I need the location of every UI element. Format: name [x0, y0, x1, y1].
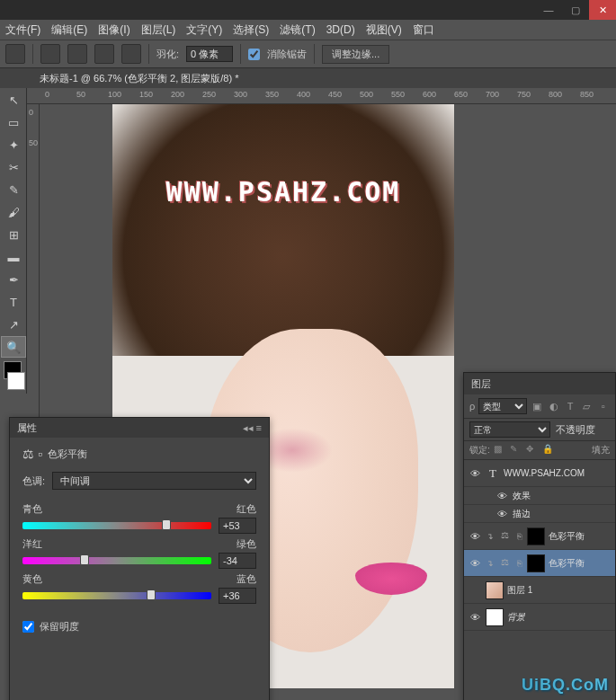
menu-image[interactable]: 图像(I)	[98, 22, 129, 38]
close-button[interactable]: ✕	[589, 0, 616, 20]
slider3-right-label: 蓝色	[237, 572, 256, 586]
feather-input[interactable]	[186, 46, 233, 62]
zoom-tool-icon[interactable]: 🔍	[1, 336, 26, 358]
opacity-label: 不透明度	[556, 423, 595, 437]
document-tab-label: 未标题-1 @ 66.7% (色彩平衡 2, 图层蒙版/8) *	[40, 72, 238, 85]
layer-name[interactable]: 背景	[507, 611, 525, 624]
move-tool-icon[interactable]: ↖	[1, 89, 26, 111]
slider1-value[interactable]: +53	[219, 518, 256, 534]
layer-name[interactable]: 色彩平衡	[549, 530, 585, 543]
minimize-button[interactable]: —	[535, 0, 562, 20]
type-layer-icon: T	[486, 466, 500, 481]
brush-tool-icon[interactable]: 🖌	[1, 201, 26, 223]
visibility-icon[interactable]: 👁	[468, 468, 482, 479]
menu-edit[interactable]: 编辑(E)	[51, 22, 87, 38]
marquee-tool-icon[interactable]: ▭	[1, 111, 26, 133]
document-tab[interactable]: 未标题-1 @ 66.7% (色彩平衡 2, 图层蒙版/8) *	[0, 68, 616, 88]
slider2-value[interactable]: -34	[219, 553, 256, 569]
lock-pixels-icon[interactable]: ▩	[494, 444, 506, 456]
menu-file[interactable]: 文件(F)	[5, 22, 40, 38]
clip-icon: ↴	[486, 559, 495, 568]
crop-tool-icon[interactable]: ✂	[1, 156, 26, 178]
lock-all-icon[interactable]: 🔒	[542, 444, 555, 456]
menu-filter[interactable]: 滤镜(T)	[280, 22, 315, 38]
path-tool-icon[interactable]: ↗	[1, 314, 26, 335]
layer-mask-thumb[interactable]	[527, 527, 545, 545]
layer-text[interactable]: 👁 T WWW.PSAHZ.COM	[464, 460, 615, 487]
menu-layer[interactable]: 图层(L)	[141, 22, 176, 38]
filter-shape-icon[interactable]: ▱	[580, 399, 593, 413]
layer-color-balance-1[interactable]: 👁 ↴ ⚖ ⎘ 色彩平衡	[464, 550, 615, 577]
filter-type-icon[interactable]: T	[564, 399, 576, 413]
tone-select[interactable]: 中间调	[52, 472, 256, 490]
subtract-selection-icon[interactable]	[94, 44, 114, 64]
filter-pixel-icon[interactable]: ▣	[531, 399, 543, 413]
stamp-tool-icon[interactable]: ⊞	[1, 224, 26, 245]
gradient-tool-icon[interactable]: ▬	[1, 246, 26, 268]
type-tool-icon[interactable]: T	[1, 291, 26, 313]
menu-view[interactable]: 视图(V)	[366, 22, 402, 38]
layer-list: 👁 T WWW.PSAHZ.COM 👁 效果 👁 描边 👁 ↴ ⚖ ⎘ 色彩平衡	[464, 460, 615, 631]
eyedropper-tool-icon[interactable]: ✎	[1, 179, 26, 200]
slider2-right-label: 绿色	[237, 537, 256, 551]
layer-fx[interactable]: 👁 效果	[464, 487, 615, 505]
antialias-label: 消除锯齿	[267, 48, 307, 61]
filter-type-select[interactable]: 类型	[478, 398, 527, 414]
layers-panel-title: 图层	[471, 377, 491, 391]
layers-panel: 图层 ρ 类型 ▣ ◐ T ▱ ▫ 正常 不透明度 锁定: ▩ ✎ ✥ 🔒 填充…	[463, 372, 616, 700]
slider1-left-label: 青色	[22, 502, 42, 516]
page-watermark: UiBQ.CoM	[522, 676, 609, 695]
layer-mask-thumb[interactable]	[527, 554, 545, 572]
add-selection-icon[interactable]	[67, 44, 87, 64]
fx-label: 效果	[513, 490, 531, 502]
properties-panel-title: 属性	[17, 421, 37, 435]
slider3-value[interactable]: +36	[219, 588, 256, 604]
layer-fx-stroke[interactable]: 👁 描边	[464, 505, 615, 523]
properties-panel: 属性 ◂◂ ≡ ⚖ ▫ 色彩平衡 色调: 中间调 青色 红色	[9, 417, 270, 700]
filter-smart-icon[interactable]: ▫	[597, 399, 610, 413]
visibility-icon[interactable]: 👁	[468, 612, 482, 623]
section-title-label: 色彩平衡	[48, 447, 87, 461]
visibility-icon[interactable]: 👁	[495, 509, 509, 519]
menu-3d[interactable]: 3D(D)	[326, 23, 355, 36]
layer-background[interactable]: 👁 背景	[464, 604, 615, 631]
menu-select[interactable]: 选择(S)	[233, 22, 269, 38]
slider-yellow-blue[interactable]	[22, 592, 211, 599]
menu-type[interactable]: 文字(Y)	[186, 22, 222, 38]
layer-name[interactable]: 色彩平衡	[549, 557, 585, 570]
color-balance-icon: ⚖ ▫	[22, 447, 42, 461]
wand-tool-icon[interactable]: ✦	[1, 134, 26, 155]
layer-image[interactable]: 👁 图层 1	[464, 577, 615, 604]
slider-cyan-red[interactable]	[22, 522, 211, 529]
slider-magenta-green[interactable]	[22, 557, 211, 564]
filter-adjust-icon[interactable]: ◐	[548, 399, 560, 413]
layer-name[interactable]: 图层 1	[507, 584, 532, 597]
blend-mode-select[interactable]: 正常	[469, 421, 550, 438]
refine-edge-button[interactable]: 调整边缘...	[322, 45, 389, 64]
visibility-icon[interactable]: 👁	[495, 491, 509, 501]
clip-icon: ↴	[486, 532, 495, 541]
layer-thumb[interactable]	[486, 581, 504, 599]
ruler-horizontal: 0 50 100 150 200 250 300 350 400 450 500…	[27, 88, 616, 104]
canvas-watermark: WWW.PSAHZ.COM	[112, 176, 454, 208]
menu-window[interactable]: 窗口	[413, 22, 434, 38]
tool-preset-icon[interactable]	[5, 44, 25, 64]
background-swatch[interactable]	[7, 372, 25, 390]
balance-icon: ⚖	[498, 530, 511, 543]
layer-color-balance-2[interactable]: 👁 ↴ ⚖ ⎘ 色彩平衡	[464, 523, 615, 550]
preserve-luminance-checkbox[interactable]	[22, 621, 34, 633]
panel-menu-icon[interactable]: ◂◂ ≡	[243, 422, 262, 434]
visibility-icon[interactable]: 👁	[468, 531, 482, 542]
filter-kind-icon[interactable]: ρ	[469, 401, 475, 412]
intersect-selection-icon[interactable]	[121, 44, 141, 64]
layer-thumb[interactable]	[486, 608, 504, 626]
lock-move-icon[interactable]: ✥	[526, 444, 539, 456]
lock-position-icon[interactable]: ✎	[510, 444, 522, 456]
antialias-checkbox[interactable]	[248, 49, 260, 60]
link-icon: ⎘	[514, 559, 523, 568]
new-selection-icon[interactable]	[40, 44, 60, 64]
maximize-button[interactable]: ▢	[562, 0, 589, 20]
layer-name[interactable]: WWW.PSAHZ.COM	[504, 468, 585, 478]
pen-tool-icon[interactable]: ✒	[1, 269, 26, 290]
visibility-icon[interactable]: 👁	[468, 558, 482, 569]
